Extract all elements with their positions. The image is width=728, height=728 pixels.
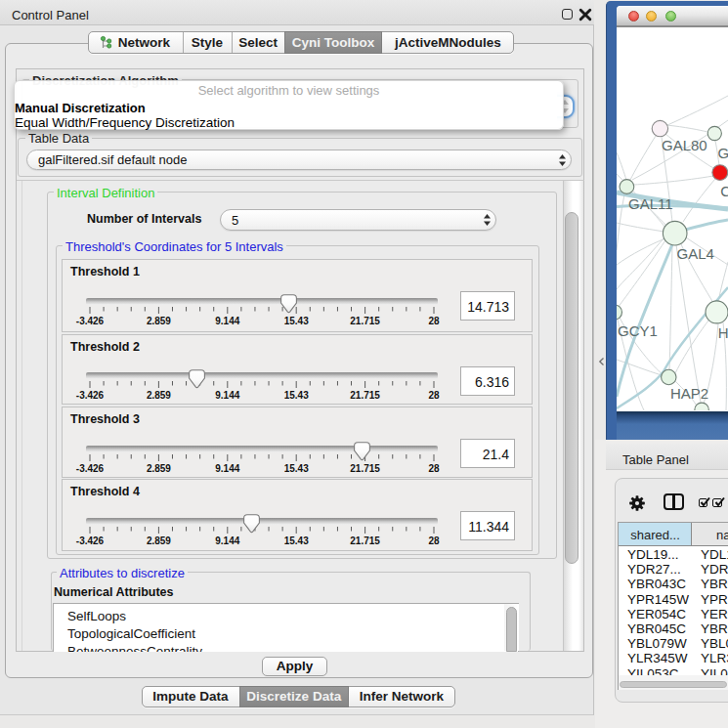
svg-text:GAL11: GAL11	[628, 195, 673, 212]
svg-text:GAL4: GAL4	[677, 245, 714, 262]
svg-text:GAL80: GAL80	[662, 137, 707, 153]
svg-text:HAP2: HAP2	[670, 385, 708, 402]
svg-text:HI: HI	[718, 324, 728, 341]
svg-text:GCY1: GCY1	[618, 322, 658, 339]
svg-text:GA: GA	[718, 145, 728, 161]
svg-text:CR: CR	[720, 183, 728, 199]
